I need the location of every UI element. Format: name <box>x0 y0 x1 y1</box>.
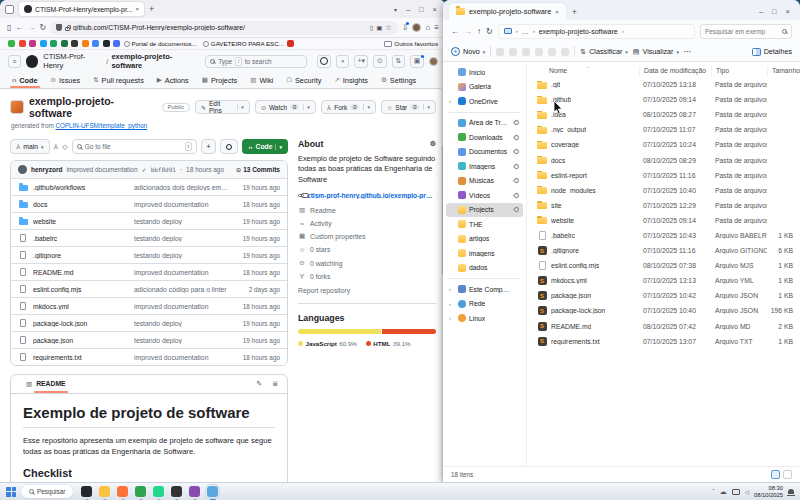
back-icon[interactable] <box>451 27 459 36</box>
issues-header-icon[interactable]: ⊙ <box>373 55 387 68</box>
sidebar-item[interactable]: › THE <box>446 217 523 232</box>
downloads-icon[interactable] <box>402 23 409 32</box>
home-icon[interactable] <box>425 23 430 32</box>
bookmark-item[interactable]: Portal de documentos... <box>124 40 197 47</box>
commit-author-avatar[interactable] <box>18 165 27 174</box>
bookmark-item[interactable]: GAVETEIRO PARA ESC... <box>203 40 284 47</box>
hamburger-menu-icon[interactable]: ≡ <box>8 55 21 68</box>
explorer-file-row[interactable]: S .gitignore 07/10/2025 11:16 Arquivo GI… <box>535 243 796 258</box>
commit-message-link[interactable]: improved documentation <box>134 303 229 310</box>
sidebar-item[interactable]: › artigos <box>446 232 523 247</box>
maximize-icon[interactable] <box>419 5 424 14</box>
copilot-chevron-button[interactable]: ▾ <box>336 55 350 68</box>
about-meta-item[interactable]: Readme <box>298 206 436 214</box>
file-name-link[interactable]: .github/workflows <box>33 184 129 191</box>
star-button[interactable]: Star 0 ▾ <box>381 100 436 114</box>
bookmark-favicon[interactable] <box>71 40 78 47</box>
report-repository-link[interactable]: Report repository <box>298 287 436 294</box>
cut-icon[interactable] <box>496 48 504 56</box>
close-icon[interactable] <box>433 5 437 14</box>
fork-button[interactable]: Fork 0 ▾ <box>321 100 376 114</box>
start-button[interactable] <box>6 487 16 497</box>
file-name-link[interactable]: website <box>33 218 129 225</box>
commit-message-link[interactable]: adicionado código para o linter <box>134 286 229 293</box>
other-favorites[interactable]: Outros favoritos <box>384 40 438 47</box>
sidebar-item[interactable]: › dados <box>446 261 523 276</box>
about-meta-item[interactable]: Activity <box>298 220 436 227</box>
repo-title[interactable]: exemplo-projeto-software <box>29 95 157 119</box>
watch-button[interactable]: Watch 0 ▾ <box>255 100 316 114</box>
commit-message-link[interactable]: testando deploy <box>134 320 229 327</box>
tab-list-icon[interactable] <box>394 6 397 13</box>
repo-nav-tab[interactable]: Settings <box>379 72 418 88</box>
breadcrumb-repo[interactable]: exemplo-projeto-software <box>111 52 200 70</box>
icons-view-toggle[interactable] <box>783 470 792 479</box>
share-icon[interactable] <box>548 48 556 56</box>
breadcrumb-current-folder[interactable]: exemplo-projeto-software <box>539 28 618 35</box>
repo-file-row[interactable]: package-lock.json testando deploy 19 hou… <box>11 314 287 331</box>
repo-file-row[interactable]: docs improved documentation 18 hours ago <box>11 195 287 212</box>
copilot-button[interactable] <box>317 55 331 68</box>
repo-avatar[interactable] <box>10 100 24 114</box>
about-settings-icon[interactable] <box>430 140 436 148</box>
file-name-link[interactable]: .gitignore <box>33 252 129 259</box>
details-view-toggle[interactable] <box>771 470 780 479</box>
template-link[interactable]: COPLIN-UFSM/template_python <box>55 122 147 129</box>
reader-mode-icon[interactable] <box>370 24 374 32</box>
details-pane-button[interactable]: Detalhes <box>752 47 792 56</box>
about-meta-item[interactable]: Custom properties <box>298 232 436 240</box>
forward-icon[interactable] <box>27 23 35 32</box>
close-icon[interactable] <box>786 7 790 16</box>
delete-icon[interactable] <box>561 48 569 56</box>
sidebar-item[interactable]: › imagens <box>446 246 523 261</box>
menu-icon[interactable] <box>434 23 439 32</box>
sidebar-item[interactable]: › Downloads <box>446 130 523 145</box>
commit-message-link[interactable]: testando deploy <box>134 235 229 242</box>
file-name-link[interactable]: package.json <box>33 337 129 344</box>
paste-icon[interactable] <box>522 48 530 56</box>
explorer-file-row[interactable]: S eslint.config.mjs 08/10/2025 07:38 Arq… <box>535 258 796 273</box>
more-options-icon[interactable] <box>684 47 691 56</box>
explorer-file-row[interactable]: S requirements.txt 07/10/2025 13:07 Arqu… <box>535 334 796 349</box>
sidebar-item[interactable]: › Documentos <box>446 145 523 160</box>
explorer-file-row[interactable]: S node_modules 07/10/2025 10:40 Pasta de… <box>535 183 796 198</box>
sidebar-item[interactable]: › OneDrive <box>446 94 523 109</box>
branch-selector[interactable]: main ▾ <box>10 139 50 154</box>
file-name-link[interactable]: mkdocs.yml <box>33 303 129 310</box>
explorer-file-row[interactable]: S .git 07/10/2025 13:18 Pasta de arquivo… <box>535 77 796 92</box>
browser-tab[interactable]: CTISM-Prof-Henry/exemplo-pr... <box>19 2 144 16</box>
edit-readme-icon[interactable] <box>256 380 262 388</box>
shield-icon[interactable] <box>56 24 62 31</box>
repo-file-row[interactable]: requirements.txt improved documentation … <box>11 348 287 365</box>
inbox-icon[interactable]: ▣ <box>410 55 424 68</box>
refresh-icon[interactable] <box>486 27 493 36</box>
repo-file-row[interactable]: README.md improved documentation 18 hour… <box>11 263 287 280</box>
commit-message-link[interactable]: testando deploy <box>134 252 229 259</box>
check-icon[interactable]: ✓ <box>142 166 147 173</box>
bookmark-favicon[interactable] <box>50 40 57 47</box>
explorer-file-row[interactable]: S package.json 07/10/2025 10:42 Arquivo … <box>535 288 796 303</box>
browser-profile-avatar[interactable] <box>412 23 421 32</box>
address-bar[interactable]: github.com/CTISM-Prof-Henry/exemplo-proj… <box>50 21 398 35</box>
repo-nav-tab[interactable]: Wiki <box>248 72 275 88</box>
explorer-tab[interactable]: exemplo-projeto-software <box>449 3 566 20</box>
sidebar-item[interactable]: › Projects <box>446 203 523 218</box>
tab-close-icon[interactable] <box>555 9 559 15</box>
taskbar-app-icon[interactable] <box>117 486 128 497</box>
rename-icon[interactable] <box>535 48 543 56</box>
sort-button[interactable]: Classificar ▾ <box>580 47 628 56</box>
firefox-view-icon[interactable] <box>5 5 14 14</box>
copilot-code-button[interactable] <box>220 139 238 154</box>
explorer-file-row[interactable]: S package-lock.json 07/10/2025 10:40 Arq… <box>535 303 796 318</box>
taskbar-app-icon[interactable] <box>135 486 146 497</box>
repo-nav-tab[interactable]: Actions <box>155 72 191 88</box>
explorer-file-row[interactable]: S website 07/10/2025 09:14 Pasta de arqu… <box>535 213 796 228</box>
flag-bookmark-icon[interactable] <box>287 40 294 47</box>
explorer-file-row[interactable]: S .github 07/10/2025 09:14 Pasta de arqu… <box>535 92 796 107</box>
taskbar-app-icon[interactable] <box>171 486 182 497</box>
taskbar-app-icon[interactable] <box>207 486 218 497</box>
about-meta-item[interactable]: 0 forks <box>298 273 436 280</box>
commit-message-link[interactable]: testando deploy <box>134 337 229 344</box>
commit-author[interactable]: henryzord <box>31 166 62 173</box>
bookmark-favicon[interactable] <box>113 40 120 47</box>
